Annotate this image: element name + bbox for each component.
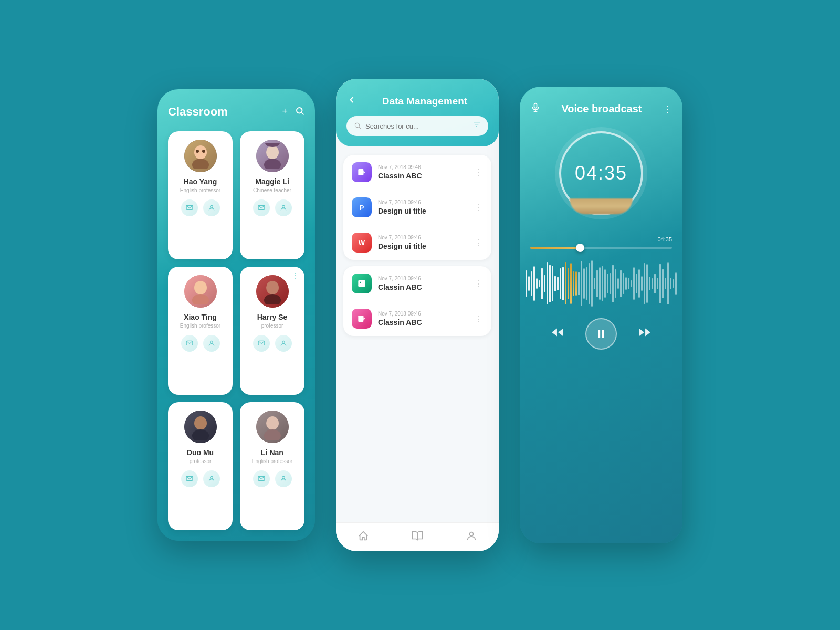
profile-btn-maggie-li[interactable] bbox=[275, 200, 292, 216]
nav-books[interactable] bbox=[412, 530, 423, 542]
wave-bar-48 bbox=[652, 278, 653, 289]
voice-broadcast-title: Voice broadcast bbox=[561, 103, 642, 115]
nav-home[interactable] bbox=[358, 530, 369, 542]
doc-date-2: Nov 7, 2018 09:46 bbox=[378, 200, 468, 205]
svg-point-18 bbox=[264, 294, 281, 304]
search-bar bbox=[346, 116, 488, 136]
doc-info-classin-media: Nov 7, 2018 09:46 Classin ABC bbox=[378, 311, 468, 327]
svg-point-22 bbox=[192, 429, 209, 440]
doc-more-2[interactable]: ⋮ bbox=[475, 203, 483, 213]
wave-bar-39 bbox=[628, 278, 629, 289]
doc-date-4: Nov 7, 2018 09:46 bbox=[378, 276, 468, 281]
wave-bar-17 bbox=[570, 263, 572, 304]
svg-line-30 bbox=[359, 127, 361, 128]
phone-voice-broadcast: Voice broadcast ⋮ 04:35 04:35 bbox=[520, 87, 682, 543]
svg-point-13 bbox=[194, 281, 207, 295]
doc-item-classin-image[interactable]: Nov 7, 2018 09:46 Classin ABC ⋮ bbox=[343, 266, 491, 301]
timer-display: 04:35 bbox=[575, 162, 627, 184]
wave-bar-47 bbox=[649, 277, 650, 290]
fast-forward-button[interactable] bbox=[638, 326, 652, 342]
profile-btn-harry-se[interactable] bbox=[275, 335, 292, 352]
svg-rect-37 bbox=[358, 316, 363, 322]
doc-item-design-word[interactable]: W Nov 7, 2018 09:46 Design ui title ⋮ bbox=[343, 225, 491, 260]
back-button[interactable] bbox=[346, 94, 357, 108]
doc-item-classin-media[interactable]: Nov 7, 2018 09:46 Classin ABC ⋮ bbox=[343, 301, 491, 336]
svg-point-17 bbox=[266, 281, 279, 295]
svg-point-14 bbox=[192, 294, 209, 304]
wave-bar-40 bbox=[631, 280, 632, 286]
wave-bar-26 bbox=[594, 278, 595, 289]
progress-thumb[interactable] bbox=[576, 244, 584, 252]
doc-name-design-word: Design ui title bbox=[378, 242, 468, 250]
person-card-harry-se[interactable]: ⋮ Harry Se professor bbox=[240, 267, 304, 395]
wave-bar-7 bbox=[544, 275, 545, 292]
person-role-hao-yang: English professor bbox=[180, 187, 220, 193]
svg-rect-45 bbox=[602, 330, 604, 338]
person-card-hao-yang[interactable]: Hao Yang English professor bbox=[168, 131, 233, 259]
profile-btn-hao-yang[interactable] bbox=[203, 200, 220, 216]
wave-bar-4 bbox=[536, 278, 538, 289]
doc-date-3: Nov 7, 2018 09:46 bbox=[378, 235, 468, 240]
svg-point-24 bbox=[210, 476, 213, 479]
wave-bar-36 bbox=[620, 270, 622, 297]
more-options-icon[interactable]: ⋮ bbox=[663, 103, 672, 115]
progress-time-display: 04:35 bbox=[530, 236, 672, 243]
doc-more-5[interactable]: ⋮ bbox=[475, 314, 483, 324]
person-card-maggie-li[interactable]: Maggie Li Chinese teacher bbox=[240, 131, 304, 259]
waveform-visualization bbox=[530, 257, 672, 310]
svg-marker-46 bbox=[645, 328, 650, 336]
filter-icon[interactable] bbox=[472, 121, 481, 131]
person-card-duo-mu[interactable]: Duo Mu professor bbox=[168, 402, 233, 530]
person-card-xiao-ting[interactable]: Xiao Ting English professor bbox=[168, 267, 233, 395]
voice-broadcast-header: Voice broadcast ⋮ bbox=[530, 102, 672, 116]
message-btn-duo-mu[interactable] bbox=[181, 470, 198, 487]
data-management-title: Data Management bbox=[361, 96, 488, 107]
progress-bar[interactable] bbox=[530, 247, 672, 249]
person-card-li-nan[interactable]: Li Nan English professor bbox=[240, 402, 304, 530]
doc-icon-ppt: P bbox=[352, 197, 372, 217]
search-input[interactable] bbox=[365, 122, 468, 130]
svg-line-1 bbox=[301, 112, 303, 114]
profile-btn-xiao-ting[interactable] bbox=[203, 335, 220, 352]
wave-bar-50 bbox=[657, 278, 658, 289]
profile-btn-li-nan[interactable] bbox=[275, 470, 292, 487]
profile-btn-duo-mu[interactable] bbox=[203, 470, 220, 487]
wave-bar-11 bbox=[554, 276, 556, 291]
doc-date-1: Nov 7, 2018 09:46 bbox=[378, 164, 468, 170]
doc-more-3[interactable]: ⋮ bbox=[475, 238, 483, 248]
wave-bar-37 bbox=[623, 273, 624, 293]
doc-info-classin-abc: Nov 7, 2018 09:46 Classin ABC bbox=[378, 164, 468, 180]
person-name-maggie-li: Maggie Li bbox=[255, 177, 289, 186]
add-icon[interactable]: + bbox=[282, 106, 288, 118]
wave-bar-18 bbox=[573, 271, 574, 296]
message-btn-xiao-ting[interactable] bbox=[181, 335, 198, 352]
doc-more-1[interactable]: ⋮ bbox=[475, 167, 483, 177]
message-btn-harry-se[interactable] bbox=[253, 335, 270, 352]
wave-bar-27 bbox=[596, 270, 598, 298]
doc-more-4[interactable]: ⋮ bbox=[475, 279, 483, 289]
svg-point-4 bbox=[196, 150, 199, 153]
wave-bar-1 bbox=[528, 276, 530, 290]
doc-item-classin-abc[interactable]: Nov 7, 2018 09:46 Classin ABC ⋮ bbox=[343, 155, 491, 190]
wave-bar-44 bbox=[641, 276, 643, 291]
message-btn-li-nan[interactable] bbox=[253, 470, 270, 487]
rewind-button[interactable] bbox=[551, 326, 564, 342]
waveform-section: 04:35 bbox=[530, 236, 672, 529]
person-name-xiao-ting: Xiao Ting bbox=[184, 313, 217, 321]
search-icon[interactable] bbox=[295, 106, 304, 118]
more-dots-harry-se[interactable]: ⋮ bbox=[292, 272, 299, 279]
person-role-li-nan: English professor bbox=[252, 458, 292, 464]
message-btn-maggie-li[interactable] bbox=[253, 200, 270, 216]
wave-bar-19 bbox=[575, 271, 577, 296]
message-btn-hao-yang[interactable] bbox=[181, 200, 198, 216]
action-btns-maggie-li bbox=[253, 200, 292, 216]
nav-profile[interactable] bbox=[466, 530, 477, 542]
wave-bar-55 bbox=[670, 278, 671, 290]
person-role-harry-se: professor bbox=[261, 323, 284, 329]
microphone-icon[interactable] bbox=[530, 102, 541, 116]
doc-item-design-ppt[interactable]: P Nov 7, 2018 09:46 Design ui title ⋮ bbox=[343, 190, 491, 225]
pause-button[interactable] bbox=[585, 318, 617, 350]
doc-info-classin-image: Nov 7, 2018 09:46 Classin ABC bbox=[378, 276, 468, 291]
playback-controls bbox=[530, 318, 672, 350]
svg-point-16 bbox=[210, 341, 213, 343]
